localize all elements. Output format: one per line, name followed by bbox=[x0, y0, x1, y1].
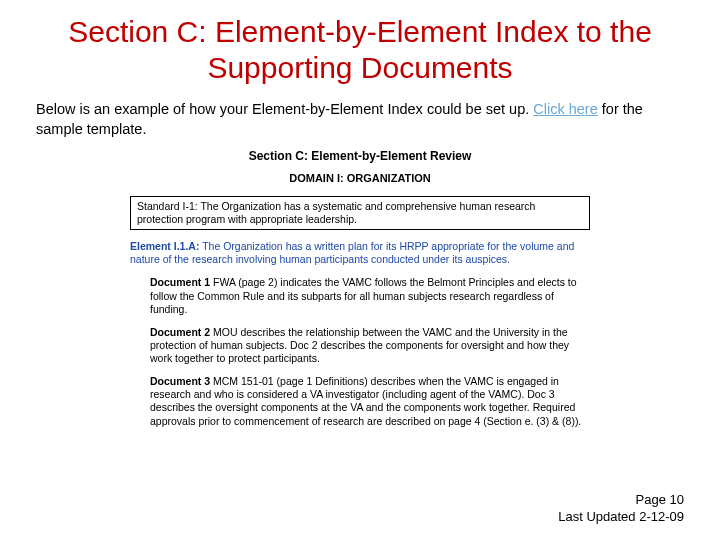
sample-document: Section C: Element-by-Element Review DOM… bbox=[130, 149, 590, 428]
page-number: Page 10 bbox=[558, 491, 684, 509]
element-block: Element I.1.A: The Organization has a wr… bbox=[130, 240, 590, 266]
standard-text: Standard I-1: The Organization has a sys… bbox=[137, 200, 535, 225]
sample-template-link[interactable]: Click here bbox=[533, 101, 597, 117]
document-label: Document 3 bbox=[150, 375, 210, 387]
page-title: Section C: Element-by-Element Index to t… bbox=[36, 14, 684, 86]
document-entry: Document 1 FWA (page 2) indicates the VA… bbox=[150, 276, 590, 315]
document-label: Document 2 bbox=[150, 326, 210, 338]
sample-heading: Section C: Element-by-Element Review bbox=[130, 149, 590, 164]
element-label: Element I.1.A: bbox=[130, 240, 199, 252]
document-entry: Document 3 MCM 151-01 (page 1 Definition… bbox=[150, 375, 590, 428]
document-text: MOU describes the relationship between t… bbox=[150, 326, 569, 364]
document-label: Document 1 bbox=[150, 276, 210, 288]
document-text: FWA (page 2) indicates the VAMC follows … bbox=[150, 276, 577, 314]
last-updated: Last Updated 2-12-09 bbox=[558, 508, 684, 526]
standard-box: Standard I-1: The Organization has a sys… bbox=[130, 196, 590, 230]
document-text: MCM 151-01 (page 1 Definitions) describe… bbox=[150, 375, 581, 426]
intro-text-pre: Below is an example of how your Element-… bbox=[36, 101, 533, 117]
sample-domain: DOMAIN I: ORGANIZATION bbox=[130, 172, 590, 186]
intro-paragraph: Below is an example of how your Element-… bbox=[36, 100, 684, 139]
document-entry: Document 2 MOU describes the relationshi… bbox=[150, 326, 590, 365]
slide-page: Section C: Element-by-Element Index to t… bbox=[0, 0, 720, 540]
footer: Page 10 Last Updated 2-12-09 bbox=[558, 491, 684, 526]
